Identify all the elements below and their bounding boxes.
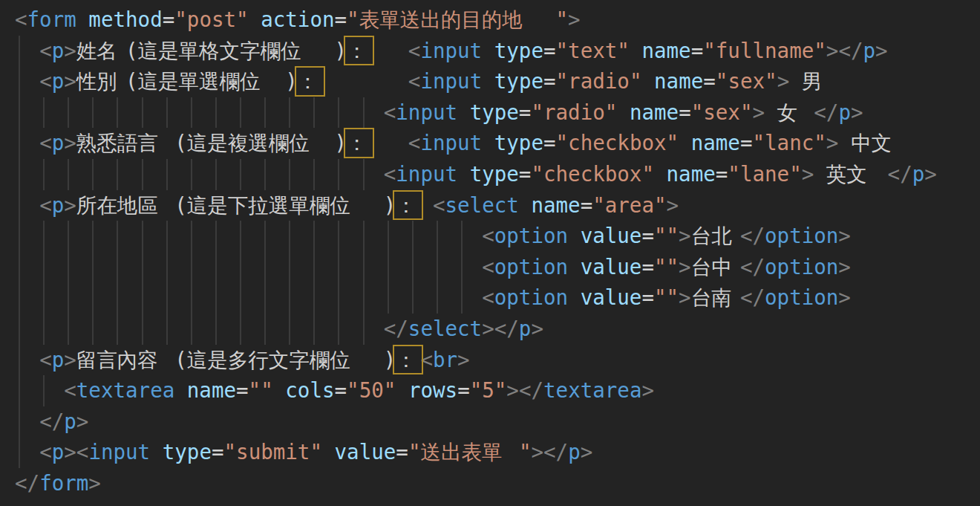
- code-token-tag-name: p: [519, 317, 532, 340]
- code-token-text: [15, 100, 384, 124]
- code-token-punctuation: >: [531, 317, 543, 340]
- code-token-text: 姓名: [76, 36, 125, 67]
- code-token-punctuation: >: [826, 131, 839, 155]
- code-token-string-value: 送出表單: [420, 437, 518, 468]
- code-token-attribute-name: value: [581, 285, 642, 309]
- code-token-tag-name: p: [64, 409, 76, 433]
- code-token-equals: =: [641, 224, 654, 247]
- code-token-text: 女: [777, 97, 802, 129]
- code-token-tag-name: input: [396, 100, 457, 124]
- code-token-text: 這是單格文字欄位: [138, 36, 335, 67]
- code-token-punctuation: ></: [482, 317, 519, 340]
- unicode-highlight-box: ：: [347, 39, 371, 62]
- code-token-tag-name: p: [52, 131, 65, 155]
- code-token-text: 英文: [826, 159, 875, 190]
- code-token-tag-name: input: [420, 39, 482, 62]
- code-token-tag-name: select: [445, 193, 519, 217]
- code-line: <textarea name="" cols="50" rows="5"></t…: [15, 375, 980, 406]
- code-token-punctuation: >: [679, 255, 691, 279]
- code-token-equals: =: [703, 69, 716, 93]
- code-token-string-value: "submit": [224, 440, 322, 464]
- code-token-punctuation: >: [667, 193, 679, 217]
- code-token-text: 台南: [691, 282, 740, 314]
- code-token-equals: =: [543, 131, 556, 155]
- code-token-punctuation: ></: [826, 39, 863, 62]
- code-token-text: [617, 100, 630, 124]
- code-token-fullwidth-colon: ：: [298, 70, 322, 94]
- code-token-tag-name: option: [494, 224, 568, 247]
- code-line: <p>性別(這是單選欄位)： <input type="radio" name=…: [15, 66, 980, 97]
- code-token-text: [765, 100, 777, 124]
- code-token-tag-name: p: [863, 39, 876, 62]
- code-token-text: [15, 224, 482, 247]
- code-token-punctuation: <: [408, 69, 421, 93]
- unicode-highlight-box: ：: [298, 69, 322, 93]
- code-token-punctuation: >: [64, 39, 76, 62]
- code-token-punctuation: <: [384, 100, 396, 124]
- code-token-equals: =: [519, 162, 532, 186]
- code-token-equals: =: [691, 39, 704, 62]
- unicode-highlight-box: ：: [396, 193, 420, 217]
- code-token-text: [15, 409, 39, 433]
- code-token-text: (: [174, 131, 187, 155]
- code-line: <option value="">台南</option>: [15, 282, 980, 314]
- code-token-string-value: ": [408, 440, 421, 464]
- code-token-punctuation: >: [641, 378, 654, 402]
- code-token-text: 熟悉語言: [76, 128, 174, 159]
- code-token-equals: =: [335, 378, 347, 402]
- code-line: </form>: [15, 468, 980, 499]
- code-token-punctuation: </: [740, 224, 765, 247]
- code-token-equals: =: [519, 100, 532, 124]
- code-line: <p>留言內容(這是多行文字欄位)：<br>: [15, 345, 980, 376]
- code-token-punctuation: >: [777, 69, 790, 93]
- code-token-string-value: "": [654, 224, 679, 247]
- code-token-equals: =: [543, 69, 556, 93]
- code-token-text: [15, 348, 39, 372]
- code-token-tag-name: textarea: [543, 378, 641, 402]
- code-token-attribute-name: type: [470, 162, 519, 186]
- code-line: <form method="post" action="表單送出的目的地">: [15, 4, 980, 36]
- code-token-string-value: "lanc": [752, 131, 826, 155]
- code-token-tag-name: textarea: [76, 378, 174, 402]
- code-token-text: [519, 193, 532, 217]
- code-token-tag-name: p: [568, 440, 581, 464]
- unicode-highlight-box: ：: [396, 348, 420, 372]
- code-token-text: [457, 100, 470, 124]
- code-token-equals: =: [641, 285, 654, 309]
- code-token-punctuation: <: [433, 193, 445, 217]
- code-token-attribute-name: type: [163, 440, 212, 464]
- code-token-attribute-name: name: [691, 131, 740, 155]
- code-token-attribute-name: name: [187, 378, 236, 402]
- code-token-text: 台北: [691, 221, 740, 252]
- code-line: </select></p>: [15, 314, 980, 345]
- code-token-equals: =: [335, 7, 347, 31]
- code-token-attribute-name: rows: [408, 378, 457, 402]
- code-token-equals: =: [679, 100, 691, 124]
- code-token-text: ): [384, 348, 396, 372]
- code-token-text: [641, 69, 654, 93]
- code-token-text: [457, 162, 470, 186]
- code-token-punctuation: >: [64, 69, 76, 93]
- code-token-string-value: "area": [592, 193, 666, 217]
- code-token-text: [838, 131, 851, 155]
- code-token-punctuation: <: [39, 348, 52, 372]
- code-token-text: 留言內容: [76, 345, 174, 376]
- code-token-equals: =: [543, 39, 556, 62]
- code-token-punctuation: >: [924, 162, 937, 186]
- code-editor[interactable]: <form method="post" action="表單送出的目的地"> <…: [0, 0, 980, 506]
- code-token-text: [76, 7, 89, 31]
- code-token-text: [654, 162, 667, 186]
- code-token-punctuation: ></: [531, 440, 568, 464]
- code-token-tag-name: option: [494, 285, 568, 309]
- code-token-text: ): [334, 39, 347, 62]
- code-token-equals: =: [581, 193, 593, 217]
- code-token-equals: =: [716, 162, 728, 186]
- code-token-string-value: "radio": [531, 100, 617, 124]
- code-token-attribute-name: action: [261, 7, 334, 31]
- code-token-attribute-name: name: [641, 39, 690, 62]
- code-token-punctuation: <: [39, 39, 52, 62]
- code-token-punctuation: <: [39, 193, 52, 217]
- code-line: <option value="">台中</option>: [15, 252, 980, 283]
- code-token-text: 這是複選欄位: [187, 128, 335, 159]
- code-token-text: [15, 317, 384, 340]
